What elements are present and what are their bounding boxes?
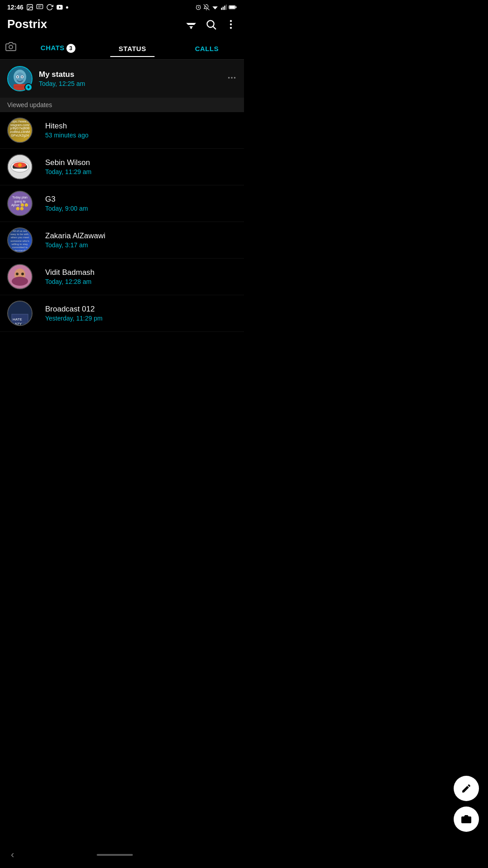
- svg-text:HATE: HATE: [13, 317, 22, 321]
- status-avatar: All of us are easy to be with, when you …: [7, 227, 33, 253]
- status-avatar-img: Today plan going to Ajmer 😊😊😊😊: [8, 192, 32, 215]
- svg-line-10: [196, 5, 197, 6]
- camera-tab-icon[interactable]: [4, 37, 21, 59]
- status-contact-info: G3 Today, 9:00 am: [45, 195, 237, 212]
- status-avatar-container: [7, 154, 33, 179]
- header-icons: [185, 19, 237, 30]
- status-item[interactable]: Today plan going to Ajmer 😊😊😊😊 G3 Today,…: [0, 185, 244, 222]
- svg-point-40: [228, 77, 230, 79]
- status-time: 12:46: [7, 4, 23, 11]
- svg-line-26: [213, 26, 216, 29]
- status-item[interactable]: Vidit Badmash Today, 12:28 am: [0, 259, 244, 295]
- svg-point-24: [190, 27, 192, 28]
- status-contact-time: Yesterday, 11:29 pm: [45, 315, 237, 322]
- status-contact-info: Vidit Badmash Today, 12:28 am: [45, 268, 237, 285]
- status-avatar-img: HATELAZY: [8, 302, 32, 325]
- status-item[interactable]: https://www.instagram.com/p/ByD7wjB0Bzcd…: [0, 112, 244, 149]
- refresh-icon: [46, 4, 53, 11]
- status-avatar: Today plan going to Ajmer 😊😊😊😊: [7, 191, 33, 216]
- alarm-icon: [195, 4, 202, 10]
- status-avatar: [7, 264, 33, 289]
- wifi-icon[interactable]: [185, 19, 197, 30]
- status-avatar: https://www.instagram.com/p/ByD7wjB0Bzcd…: [7, 118, 33, 143]
- svg-rect-14: [221, 8, 222, 10]
- dot-indicator: [66, 6, 68, 9]
- svg-rect-15: [223, 7, 224, 10]
- svg-rect-16: [224, 6, 225, 10]
- status-bar-left: 12:46: [7, 4, 68, 11]
- status-contact-name: Hitesh: [45, 122, 237, 131]
- status-contact-info: Sebin Wilson Today, 11:29 am: [45, 158, 237, 175]
- svg-point-29: [230, 27, 232, 28]
- status-avatar-img: https://www.instagram.com/p/ByD7wjB0Bzcd…: [8, 118, 32, 142]
- status-avatar-img: [8, 155, 32, 179]
- image-icon: [26, 4, 33, 11]
- my-status-name: My status: [39, 70, 227, 79]
- status-item[interactable]: HATELAZY Broadcast 012 Yesterday, 11:29 …: [0, 295, 244, 332]
- status-contact-name: G3: [45, 195, 237, 204]
- status-avatar-container: [7, 264, 33, 289]
- svg-text:LAZY: LAZY: [13, 322, 22, 325]
- svg-rect-2: [37, 5, 42, 9]
- my-status-row[interactable]: + My status Today, 12:25 am: [0, 60, 244, 98]
- svg-rect-17: [226, 5, 227, 10]
- svg-point-50: [12, 277, 28, 286]
- status-item[interactable]: Sebin Wilson Today, 11:29 am: [0, 149, 244, 185]
- message-icon: [36, 4, 43, 11]
- status-avatar: [7, 154, 33, 179]
- status-avatar-container: All of us are easy to be with, when you …: [7, 227, 33, 253]
- svg-point-47: [18, 163, 22, 167]
- svg-point-36: [17, 76, 19, 78]
- status-avatar-container: HATELAZY: [7, 301, 33, 326]
- status-contact-info: Zakaria AlZawawi Today, 3:17 am: [45, 231, 237, 249]
- status-contact-name: Sebin Wilson: [45, 158, 237, 167]
- status-contact-info: Broadcast 012 Yesterday, 11:29 pm: [45, 305, 237, 322]
- status-avatar-img: All of us are easy to be with, when you …: [8, 228, 32, 252]
- status-contact-time: Today, 11:29 am: [45, 168, 237, 175]
- more-options-icon[interactable]: [225, 19, 237, 30]
- status-avatar-container: Today plan going to Ajmer 😊😊😊😊: [7, 191, 33, 216]
- svg-point-52: [21, 273, 24, 275]
- status-contact-time: Today, 3:17 am: [45, 241, 237, 249]
- bell-off-icon: [203, 4, 210, 10]
- svg-marker-13: [212, 6, 218, 9]
- my-status-time: Today, 12:25 am: [39, 80, 227, 87]
- tab-calls[interactable]: CALLS: [169, 39, 244, 57]
- svg-rect-20: [235, 6, 236, 8]
- svg-point-28: [230, 23, 232, 25]
- svg-point-1: [28, 6, 29, 7]
- status-contact-name: Broadcast 012: [45, 305, 237, 314]
- status-bar-right: [195, 4, 237, 10]
- app-header: Postrix: [0, 13, 244, 37]
- status-contact-time: Today, 9:00 am: [45, 205, 237, 212]
- status-bar: 12:46: [0, 0, 244, 13]
- wifi-status-icon: [211, 4, 219, 10]
- tab-status[interactable]: STATUS: [95, 39, 170, 57]
- search-icon[interactable]: [205, 19, 217, 30]
- tab-chats[interactable]: CHATS3: [21, 38, 95, 57]
- status-contact-info: Hitesh 53 minutes ago: [45, 122, 237, 139]
- status-item[interactable]: All of us are easy to be with, when you …: [0, 222, 244, 259]
- status-avatar: HATELAZY: [7, 301, 33, 326]
- svg-point-25: [207, 20, 214, 27]
- svg-line-12: [204, 5, 210, 10]
- my-status-avatar-container: +: [7, 66, 33, 91]
- svg-line-11: [200, 5, 201, 6]
- my-status-more-button[interactable]: [227, 73, 237, 85]
- signal-icon: [221, 4, 227, 10]
- app-title: Postrix: [7, 17, 47, 31]
- youtube-icon: [56, 4, 63, 11]
- svg-point-27: [230, 20, 232, 22]
- status-avatar-img: [8, 265, 32, 288]
- svg-point-41: [231, 77, 233, 79]
- svg-point-51: [16, 273, 19, 275]
- tabs-row: CHATS3 STATUS CALLS: [0, 37, 244, 60]
- status-contact-time: 53 minutes ago: [45, 132, 237, 139]
- my-status-info: My status Today, 12:25 am: [39, 70, 227, 87]
- svg-point-37: [22, 76, 23, 78]
- svg-point-30: [9, 45, 13, 49]
- status-contact-time: Today, 12:28 am: [45, 278, 237, 285]
- svg-rect-19: [230, 6, 235, 9]
- status-list: https://www.instagram.com/p/ByD7wjB0Bzcd…: [0, 112, 244, 332]
- status-contact-name: Zakaria AlZawawi: [45, 231, 237, 241]
